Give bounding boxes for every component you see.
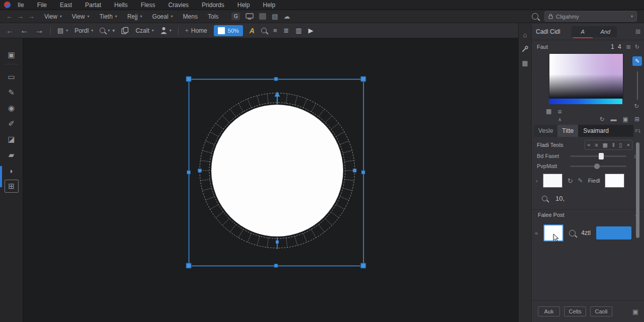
grid-mini-icon[interactable]: ⊞	[626, 44, 631, 50]
panel-footer: Auk Celts Caoli ▣	[532, 300, 644, 322]
slider2-label: PvpMatt	[537, 163, 557, 169]
tab-vesle[interactable]: Vesle	[534, 125, 557, 137]
swatch-value[interactable]: 4ztl	[581, 229, 591, 236]
reset-icon[interactable]: ↻	[635, 44, 639, 50]
slider2-track[interactable]	[570, 166, 626, 167]
side-strip: ⌂ ▦	[518, 23, 531, 322]
panel-scrollbar[interactable]	[636, 142, 639, 238]
panel-header: Cadl Cidl A And ⊞	[532, 23, 644, 40]
slider-row-1: Bd Faset ↕	[532, 153, 644, 159]
tab-corner-label: F1	[633, 125, 642, 137]
value-slider[interactable]	[637, 71, 638, 100]
history-icon[interactable]: ↻	[600, 116, 605, 123]
final-tools-label: Fladi Teols	[537, 142, 563, 148]
section-header[interactable]: Falee Post ∧	[532, 209, 644, 219]
fill-swatch[interactable]	[543, 174, 562, 188]
grid-view-icon[interactable]: ▦	[546, 108, 551, 116]
grid-icon[interactable]: ▦	[603, 142, 608, 148]
delete-icon[interactable]: ×	[627, 142, 630, 148]
chevron-left-icon[interactable]: ‹	[536, 178, 538, 184]
font-row: Faut 1 4 ⊞ ↻	[532, 43, 644, 50]
tab-and[interactable]: And	[594, 26, 617, 37]
bars-icon[interactable]: ‖	[612, 142, 615, 148]
panel-tabs: Vesle Titte Svaimard F1	[534, 125, 642, 137]
slider1-track[interactable]	[570, 155, 626, 157]
color-gradient-field[interactable]	[549, 53, 623, 100]
lines-icon[interactable]: ≡	[595, 142, 598, 148]
panel-tab-group: A And	[572, 26, 617, 37]
fill-label: Fiedl	[588, 178, 600, 184]
tab-titte[interactable]: Titte	[557, 125, 578, 137]
align-tool-strip: ≈ ≡ ▦ ‖ ▯ ×	[585, 140, 632, 150]
panel-title: Cadl Cidl	[536, 28, 560, 35]
slider2-handle[interactable]	[594, 164, 600, 169]
app-window: IleFileEastPartatHellsFlessCraviesPridor…	[0, 0, 644, 322]
slider1-handle[interactable]	[599, 153, 604, 159]
pill-icon[interactable]: ▬	[611, 116, 617, 123]
primary-color-button[interactable]	[596, 226, 631, 239]
panels-icon[interactable]: ▣	[623, 116, 628, 123]
pen-icon: ✎	[635, 58, 639, 64]
menu-lines-icon[interactable]: ≡	[557, 108, 561, 116]
tab-character[interactable]: A	[572, 26, 594, 37]
final-tools-row: Fladi Teols ≈ ≡ ▦ ‖ ▯ ×	[532, 140, 644, 150]
cycle-icon[interactable]: ↻	[568, 177, 573, 185]
color-panel-icons: ▦ ≡	[546, 108, 562, 116]
stroke-swatch[interactable]	[605, 174, 624, 188]
rect-icon[interactable]: ▯	[619, 142, 622, 148]
slider1-label: Bd Faset	[537, 153, 559, 159]
mouse-cursor	[552, 233, 560, 243]
hue-slider[interactable]	[549, 99, 622, 104]
refresh-icon[interactable]: ↻	[634, 103, 639, 110]
caoli-button[interactable]: Caoli	[590, 306, 612, 316]
wave-icon[interactable]: ≈	[587, 142, 590, 148]
celts-button[interactable]: Celts	[564, 306, 586, 316]
font-size-value[interactable]: 1 4	[611, 43, 622, 50]
panel-options-icon[interactable]: ⊞	[635, 28, 640, 35]
magnifier-icon[interactable]	[569, 230, 576, 236]
zoom-value-row: 10,	[542, 195, 565, 202]
auk-button[interactable]: Auk	[538, 306, 560, 316]
active-tab-underline	[573, 37, 593, 38]
grid-panel-icon[interactable]: ▦	[522, 59, 528, 67]
home-panel-icon[interactable]: ⌂	[523, 31, 527, 39]
zoom-value[interactable]: 10,	[555, 195, 565, 202]
font-label: Faut	[537, 44, 548, 50]
false-post-row: « 4ztl	[532, 224, 644, 242]
panel-icon-row: ∧ ↻ ▬ ▣ ⊞	[532, 116, 644, 123]
canvas-area[interactable]	[23, 38, 518, 322]
brush-icon[interactable]: ✎	[578, 177, 583, 184]
layers-icon[interactable]: ▣	[632, 308, 638, 315]
fill-row: ‹ ↻ ✎ Fiedl	[532, 174, 644, 188]
collapse-chevron-icon[interactable]: ∧	[558, 117, 561, 122]
properties-panel: Cadl Cidl A And ⊞ Faut 1 4 ⊞ ↻ ▦ ≡ ✎	[531, 23, 644, 322]
section-label: Falee Post	[538, 212, 565, 218]
slider-row-2: PvpMatt	[532, 163, 644, 169]
magnifier-icon[interactable]	[542, 196, 547, 201]
tab-character-label: A	[581, 29, 585, 35]
wrench-icon[interactable]	[522, 46, 528, 52]
edit-color-button[interactable]: ✎	[632, 56, 642, 66]
double-chevron-icon[interactable]: «	[535, 230, 538, 236]
new-panel-icon[interactable]: ⊞	[634, 116, 639, 123]
standard-field[interactable]: Svaimard	[578, 125, 633, 137]
